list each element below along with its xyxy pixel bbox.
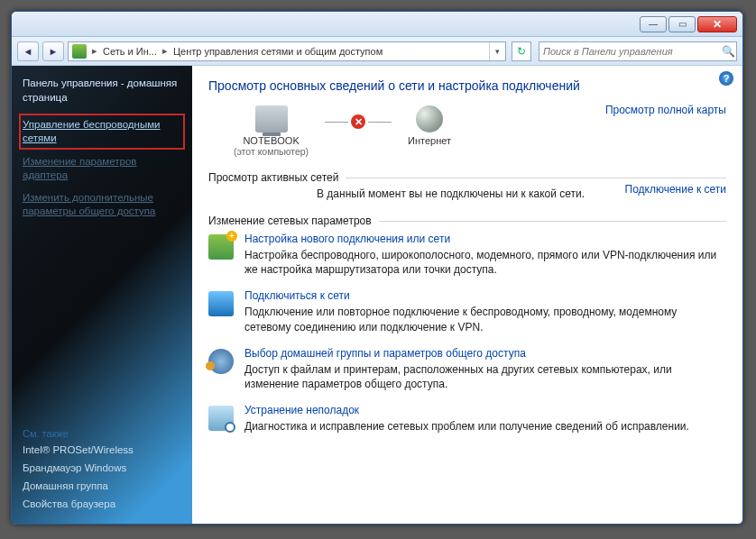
- breadcrumb-item[interactable]: Сеть и Ин...: [99, 46, 161, 57]
- page-title: Просмотр основных сведений о сети и наст…: [208, 78, 726, 93]
- new-connection-icon: [208, 234, 234, 260]
- task-list: Настройка нового подключения или сети На…: [208, 233, 726, 434]
- help-icon[interactable]: ?: [719, 71, 733, 86]
- titlebar: — ▭ ✕: [12, 12, 742, 37]
- troubleshoot-icon: [208, 406, 234, 431]
- change-settings-heading: Изменение сетевых параметров: [208, 215, 726, 227]
- task-homegroup: Выбор домашней группы и параметров общег…: [208, 347, 726, 391]
- task-desc: Диагностика и исправление сетевых пробле…: [244, 419, 726, 434]
- breadcrumb[interactable]: ▸ Сеть и Ин... ▸ Центр управления сетями…: [68, 41, 506, 61]
- seealso-item[interactable]: Домашняя группа: [23, 480, 181, 491]
- seealso-heading: См. также: [23, 428, 181, 439]
- task-new-connection: Настройка нового подключения или сети На…: [208, 233, 726, 277]
- task-title-link[interactable]: Выбор домашней группы и параметров общег…: [244, 347, 726, 360]
- sidebar-item-sharing[interactable]: Изменить дополнительные параметры общего…: [23, 191, 181, 218]
- maximize-button[interactable]: ▭: [668, 16, 696, 32]
- refresh-button[interactable]: ↻: [512, 41, 531, 61]
- forward-button[interactable]: ►: [42, 41, 64, 61]
- task-connect: Подключиться к сети Подключение или повт…: [208, 289, 726, 333]
- breadcrumb-item[interactable]: Центр управления сетями и общим доступом: [170, 46, 386, 57]
- sidebar-home-link[interactable]: Панель управления - домашняя страница: [23, 77, 181, 105]
- homegroup-icon: [208, 349, 234, 374]
- connect-network-link[interactable]: Подключение к сети: [625, 183, 726, 196]
- task-title-link[interactable]: Настройка нового подключения или сети: [244, 233, 726, 245]
- search-input[interactable]: [539, 46, 720, 57]
- task-title-link[interactable]: Устранение неполадок: [244, 404, 726, 416]
- close-button[interactable]: ✕: [697, 16, 737, 32]
- task-title-link[interactable]: Подключиться к сети: [244, 289, 726, 302]
- address-bar: ◄ ► ▸ Сеть и Ин... ▸ Центр управления се…: [12, 37, 742, 66]
- node-internet[interactable]: Интернет: [408, 105, 451, 146]
- node-this-computer[interactable]: NOTEBOOK (этот компьютер): [234, 105, 309, 157]
- network-icon: [72, 44, 87, 59]
- node-sublabel: (этот компьютер): [234, 146, 309, 157]
- minimize-button[interactable]: —: [640, 16, 667, 32]
- chevron-right-icon: ▸: [90, 45, 99, 57]
- connect-icon: [208, 291, 234, 316]
- disconnected-icon: ✕: [351, 114, 365, 129]
- node-label: NOTEBOOK: [234, 135, 309, 146]
- search-icon[interactable]: 🔍: [720, 45, 736, 58]
- globe-icon: [416, 105, 443, 132]
- task-desc: Подключение или повторное подключение к …: [244, 305, 726, 333]
- sidebar-item-wireless[interactable]: Управление беспроводными сетями: [23, 117, 181, 146]
- main-content: ? Просмотр основных сведений о сети и на…: [192, 66, 742, 524]
- active-networks-heading: Просмотр активных сетей: [208, 171, 726, 184]
- back-button[interactable]: ◄: [17, 41, 39, 61]
- sidebar-item-adapter[interactable]: Изменение параметров адаптера: [23, 155, 181, 182]
- node-label: Интернет: [408, 135, 451, 146]
- task-desc: Настройка беспроводного, широкополосного…: [244, 248, 726, 277]
- task-troubleshoot: Устранение неполадок Диагностика и испра…: [208, 404, 726, 434]
- seealso-item[interactable]: Свойства браузера: [23, 498, 181, 509]
- chevron-right-icon: ▸: [161, 45, 170, 57]
- full-map-link[interactable]: Просмотр полной карты: [605, 104, 726, 116]
- search-box: 🔍: [539, 41, 737, 61]
- computer-icon: [255, 105, 288, 132]
- seealso-item[interactable]: Intel® PROSet/Wireless: [23, 444, 181, 455]
- breadcrumb-dropdown[interactable]: ▾: [489, 41, 505, 61]
- sidebar: Панель управления - домашняя страница Уп…: [12, 66, 192, 524]
- connection-broken: ✕: [325, 114, 392, 129]
- task-desc: Доступ к файлам и принтерам, расположенн…: [244, 362, 726, 391]
- control-panel-window: — ▭ ✕ ◄ ► ▸ Сеть и Ин... ▸ Центр управле…: [11, 11, 743, 525]
- seealso-item[interactable]: Брандмауэр Windows: [23, 462, 181, 473]
